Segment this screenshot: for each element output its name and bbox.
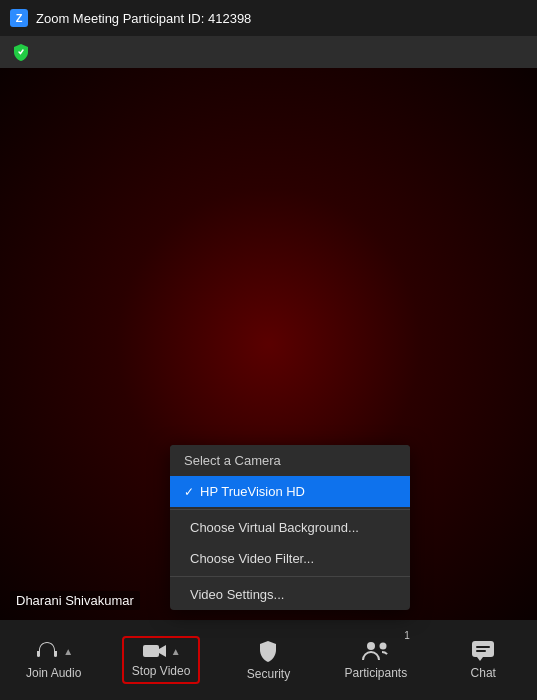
stop-video-label: Stop Video bbox=[132, 664, 191, 678]
participants-count: 1 bbox=[404, 630, 410, 641]
audio-icon bbox=[34, 640, 60, 662]
checkmark-icon: ✓ bbox=[184, 485, 194, 499]
camera-option-settings-label: Video Settings... bbox=[190, 587, 284, 602]
chat-icon bbox=[471, 640, 495, 662]
svg-point-5 bbox=[367, 642, 375, 650]
svg-point-6 bbox=[379, 643, 386, 650]
security-icon bbox=[256, 639, 280, 663]
titlebar-title: Zoom Meeting Participant ID: 412398 bbox=[36, 11, 251, 26]
video-camera-icon bbox=[142, 642, 168, 660]
svg-rect-7 bbox=[472, 641, 494, 657]
svg-text:Z: Z bbox=[16, 12, 23, 24]
svg-rect-3 bbox=[54, 651, 57, 657]
camera-option-vbg[interactable]: Choose Virtual Background... bbox=[170, 512, 410, 543]
chat-label: Chat bbox=[471, 666, 496, 680]
security-bar bbox=[0, 36, 537, 68]
security-button[interactable]: Security bbox=[228, 620, 308, 700]
join-audio-label: Join Audio bbox=[26, 666, 81, 680]
svg-rect-9 bbox=[476, 650, 486, 652]
svg-rect-4 bbox=[143, 645, 159, 657]
camera-option-filter-label: Choose Video Filter... bbox=[190, 551, 314, 566]
zoom-logo-icon: Z bbox=[10, 9, 28, 27]
video-area: Select a Camera ✓ HP TrueVision HD Choos… bbox=[0, 68, 537, 620]
menu-divider-1 bbox=[170, 509, 410, 510]
participants-label: Participants bbox=[345, 666, 408, 680]
camera-option-vbg-label: Choose Virtual Background... bbox=[190, 520, 359, 535]
svg-rect-8 bbox=[476, 646, 490, 648]
menu-divider-2 bbox=[170, 576, 410, 577]
camera-option-hp-label: HP TrueVision HD bbox=[200, 484, 305, 499]
participants-button[interactable]: 1 Participants bbox=[336, 620, 416, 700]
participant-name-label: Dharani Shivakumar bbox=[10, 591, 140, 610]
titlebar: Z Zoom Meeting Participant ID: 412398 bbox=[0, 0, 537, 36]
camera-option-settings[interactable]: Video Settings... bbox=[170, 579, 410, 610]
camera-option-hp[interactable]: ✓ HP TrueVision HD bbox=[170, 476, 410, 507]
svg-rect-2 bbox=[37, 651, 40, 657]
join-audio-button[interactable]: ▲ Join Audio bbox=[14, 620, 94, 700]
toolbar: ▲ Join Audio ▲ Stop Video Secu bbox=[0, 620, 537, 700]
shield-icon bbox=[12, 43, 30, 61]
participants-icon bbox=[361, 640, 391, 662]
chat-button[interactable]: Chat bbox=[443, 620, 523, 700]
camera-option-filter[interactable]: Choose Video Filter... bbox=[170, 543, 410, 574]
stop-video-button[interactable]: ▲ Stop Video bbox=[121, 620, 201, 700]
camera-menu-title: Select a Camera bbox=[170, 445, 410, 476]
video-chevron-icon[interactable]: ▲ bbox=[171, 646, 181, 657]
audio-chevron-icon[interactable]: ▲ bbox=[63, 646, 73, 657]
security-label: Security bbox=[247, 667, 290, 681]
camera-menu: Select a Camera ✓ HP TrueVision HD Choos… bbox=[170, 445, 410, 610]
